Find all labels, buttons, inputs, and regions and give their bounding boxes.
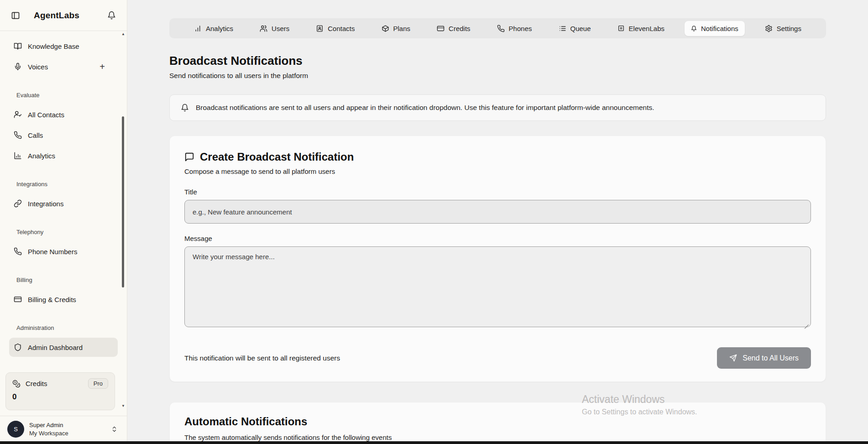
message-square-icon — [184, 152, 194, 162]
workspace-switcher[interactable]: S Super Admin My Workspace — [0, 416, 127, 444]
users-icon — [260, 25, 267, 32]
scroll-down-arrow[interactable]: ▼ — [121, 404, 125, 408]
gear-icon — [765, 25, 773, 32]
bell-icon — [107, 11, 116, 20]
sidebar-item-label: All Contacts — [28, 111, 64, 119]
link-icon — [14, 199, 22, 208]
section-label-administration: Administration — [16, 324, 118, 331]
phone-icon — [497, 25, 505, 32]
send-scope-note: This notification will be sent to all re… — [184, 354, 340, 362]
tab-label: Settings — [777, 25, 801, 32]
banner-text: Broadcast notifications are sent to all … — [196, 104, 654, 112]
user-check-icon — [14, 110, 22, 119]
mic-icon — [14, 63, 22, 71]
bell-icon — [181, 104, 189, 112]
tab-label: Contacts — [328, 25, 355, 32]
sidebar-header: AgentLabs — [0, 0, 127, 31]
list-icon — [559, 25, 566, 32]
credit-card-icon — [14, 295, 22, 303]
contact-card-icon — [316, 25, 324, 32]
add-voice-button[interactable]: + — [99, 62, 105, 71]
page-subtitle: Send notifications to all users in the p… — [169, 72, 826, 80]
sidebar-item-integrations[interactable]: Integrations — [9, 194, 118, 213]
title-input[interactable] — [184, 200, 811, 224]
phone-icon — [14, 131, 22, 139]
sidebar-item-label: Integrations — [28, 200, 63, 208]
scrollbar-thumb[interactable] — [122, 116, 124, 287]
card-subtitle: Compose a message to send to all platfor… — [184, 167, 811, 175]
scroll-up-arrow[interactable]: ▲ — [121, 32, 125, 37]
title-field-label: Title — [184, 188, 811, 196]
tab-notifications[interactable]: Notifications — [685, 21, 745, 36]
sidebar-item-all-contacts[interactable]: All Contacts — [9, 105, 118, 124]
page-title: Broadcast Notifications — [169, 54, 826, 68]
send-button-label: Send to All Users — [743, 354, 799, 362]
sidebar: AgentLabs Knowledge Base Voices + — [0, 0, 127, 444]
sidebar-item-knowledge-base[interactable]: Knowledge Base — [9, 37, 118, 56]
tab-label: Phones — [509, 25, 532, 32]
elevenlabs-logo-icon — [617, 25, 625, 32]
sidebar-item-admin-dashboard[interactable]: Admin Dashboard — [9, 338, 118, 357]
tab-label: Notifications — [701, 25, 738, 32]
panel-left-icon — [11, 11, 20, 20]
tab-elevenlabs[interactable]: ElevenLabs — [611, 21, 671, 36]
section-label-evaluate: Evaluate — [16, 92, 118, 99]
section-label-integrations: Integrations — [16, 181, 118, 188]
sidebar-item-label: Admin Dashboard — [28, 344, 83, 351]
automatic-notifications-card: Automatic Notifications The system autom… — [169, 402, 826, 444]
tab-queue[interactable]: Queue — [552, 21, 597, 36]
credit-card-icon — [437, 25, 444, 32]
send-plane-icon — [729, 354, 737, 362]
sidebar-item-calls[interactable]: Calls — [9, 125, 118, 145]
bar-chart-icon — [194, 25, 202, 32]
notifications-bell-button[interactable] — [107, 11, 116, 20]
tab-label: Plans — [393, 25, 411, 32]
tab-label: Queue — [570, 25, 591, 32]
tab-label: Analytics — [206, 25, 233, 32]
tab-label: ElevenLabs — [629, 25, 664, 32]
app-window: AgentLabs Knowledge Base Voices + — [0, 0, 868, 444]
book-open-icon — [14, 42, 22, 50]
tab-contacts[interactable]: Contacts — [309, 21, 361, 36]
tab-credits[interactable]: Credits — [430, 21, 477, 36]
tab-analytics[interactable]: Analytics — [188, 21, 240, 36]
sidebar-item-label: Voices — [28, 63, 48, 71]
workspace-name: My Workspace — [29, 430, 68, 437]
tab-plans[interactable]: Plans — [375, 21, 417, 36]
sidebar-nav: Knowledge Base Voices + Evaluate All Con… — [0, 31, 127, 362]
resize-grip-icon[interactable] — [804, 321, 809, 326]
credits-card: Credits Pro 0 — [5, 372, 115, 410]
coins-icon — [12, 380, 21, 388]
sidebar-item-phone-numbers[interactable]: Phone Numbers — [9, 242, 118, 261]
sidebar-item-label: Calls — [28, 131, 43, 139]
sidebar-item-label: Billing & Credits — [28, 296, 76, 303]
tab-users[interactable]: Users — [253, 21, 296, 36]
shield-icon — [14, 343, 22, 351]
credits-label: Credits — [26, 380, 47, 387]
avatar: S — [7, 421, 24, 438]
section-label-billing: Billing — [16, 277, 118, 283]
tab-label: Users — [272, 25, 289, 32]
message-textarea[interactable] — [184, 246, 811, 327]
sidebar-item-billing-credits[interactable]: Billing & Credits — [9, 290, 118, 309]
message-field-label: Message — [184, 235, 811, 242]
sidebar-item-voices[interactable]: Voices + — [9, 57, 118, 76]
credits-value: 0 — [12, 392, 108, 402]
phone-icon — [14, 247, 22, 256]
sidebar-item-analytics[interactable]: Analytics — [9, 146, 118, 165]
send-to-all-users-button[interactable]: Send to All Users — [717, 347, 811, 369]
sidebar-item-label: Knowledge Base — [28, 42, 79, 50]
bell-icon — [691, 26, 697, 31]
tab-settings[interactable]: Settings — [758, 21, 808, 36]
section-label-telephony: Telephony — [16, 229, 118, 235]
tab-phones[interactable]: Phones — [491, 21, 539, 36]
sidebar-scrollbar: ▲ ▼ — [121, 32, 125, 408]
taskbar-edge — [0, 441, 868, 444]
info-banner: Broadcast notifications are sent to all … — [169, 94, 826, 121]
admin-tabbar: Analytics Users Contacts Plans — [169, 18, 826, 38]
sidebar-item-label: Analytics — [28, 152, 55, 160]
sidebar-toggle-button[interactable] — [11, 11, 20, 20]
tab-label: Credits — [449, 25, 471, 32]
brand-title: AgentLabs — [34, 10, 79, 21]
card-subtitle: The system automatically sends notificat… — [184, 434, 811, 441]
